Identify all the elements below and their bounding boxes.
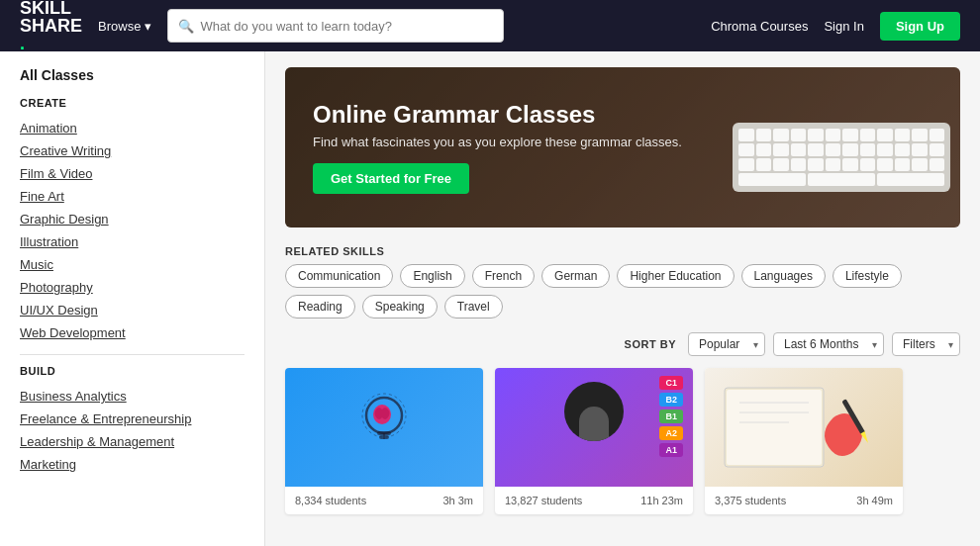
- hero-title: Online Grammar Classes: [313, 101, 682, 129]
- signin-link[interactable]: Sign In: [824, 19, 863, 34]
- badge-b1: B1: [659, 410, 683, 423]
- skill-chip-german[interactable]: German: [541, 264, 610, 288]
- header: SKILLSHARE. Browse ▾ 🔍 Chroma Courses Si…: [0, 0, 980, 51]
- skill-chip-reading[interactable]: Reading: [285, 295, 355, 318]
- skill-chip-french[interactable]: French: [472, 264, 535, 288]
- card-duration-3: 3h 49m: [856, 495, 893, 506]
- sidebar-build-items: Business AnalyticsFreelance & Entreprene…: [20, 385, 245, 476]
- sidebar-create-items: AnimationCreative WritingFilm & VideoFin…: [20, 117, 245, 344]
- logo: SKILLSHARE.: [20, 0, 82, 52]
- sidebar-divider: [20, 354, 245, 355]
- sidebar-item-creative-writing[interactable]: Creative Writing: [20, 139, 245, 162]
- sidebar-item-animation[interactable]: Animation: [20, 117, 245, 139]
- badge-b2: B2: [659, 393, 683, 407]
- card-info-2: 13,827 students 11h 23m: [495, 487, 693, 514]
- popular-select[interactable]: Popular: [688, 332, 765, 356]
- sidebar-item-ui/ux-design[interactable]: UI/UX Design: [20, 299, 245, 321]
- card-students-2: 13,827 students: [505, 495, 582, 506]
- skill-chip-english[interactable]: English: [400, 264, 464, 288]
- skill-chip-travel[interactable]: Travel: [444, 295, 503, 318]
- skill-chip-higher-education[interactable]: Higher Education: [617, 264, 734, 288]
- hero-banner: Online Grammar Classes Find what fascina…: [285, 67, 960, 228]
- hero-subtitle: Find what fascinates you as you explore …: [313, 135, 682, 149]
- sidebar-item-film-&-video[interactable]: Film & Video: [20, 162, 245, 185]
- header-right: Chroma Courses Sign In Sign Up: [711, 12, 960, 41]
- card-thumb-2: C1 B2 B1 A2 A1: [495, 368, 693, 487]
- svg-marker-12: [860, 431, 870, 444]
- card-duration-2: 11h 23m: [640, 495, 683, 506]
- chevron-down-icon: ▾: [145, 19, 151, 34]
- sort-row: SORT BY Popular Last 6 Months Filters: [285, 332, 960, 356]
- card-students-3: 3,375 students: [715, 495, 786, 506]
- sidebar-section-build: BUILD: [20, 365, 245, 377]
- hero-cta-button[interactable]: Get Started for Free: [313, 163, 469, 194]
- card-thumb-3: [705, 368, 903, 487]
- skill-chip-lifestyle[interactable]: Lifestyle: [833, 264, 902, 288]
- sidebar-item-leadership-&-management[interactable]: Leadership & Management: [20, 430, 245, 453]
- svg-rect-7: [727, 390, 822, 465]
- brain-lightbulb-icon: [344, 388, 424, 467]
- related-skills-label: RELATED SKILLS: [285, 245, 384, 257]
- sidebar-item-fine-art[interactable]: Fine Art: [20, 185, 245, 208]
- writing-hand-icon: [705, 368, 903, 487]
- badge-c1: C1: [659, 376, 683, 390]
- search-bar: 🔍: [167, 9, 504, 43]
- sidebar-item-music[interactable]: Music: [20, 253, 245, 276]
- browse-button[interactable]: Browse ▾: [98, 19, 151, 34]
- sort-by-label: SORT BY: [625, 338, 676, 350]
- skill-chip-languages[interactable]: Languages: [741, 264, 826, 288]
- content-area: Online Grammar Classes Find what fascina…: [265, 51, 980, 546]
- sidebar: All Classes CREATE AnimationCreative Wri…: [0, 51, 265, 546]
- badge-a2: A2: [659, 426, 683, 440]
- filters-select[interactable]: Filters: [892, 332, 960, 356]
- sidebar-item-graphic-design[interactable]: Graphic Design: [20, 208, 245, 230]
- popular-select-wrapper: Popular: [688, 332, 765, 356]
- badge-a1: A1: [659, 443, 683, 457]
- main-layout: All Classes CREATE AnimationCreative Wri…: [0, 51, 980, 546]
- sidebar-section-create: CREATE: [20, 97, 245, 109]
- sidebar-item-illustration[interactable]: Illustration: [20, 230, 245, 253]
- sidebar-item-marketing[interactable]: Marketing: [20, 453, 245, 476]
- course-card-3[interactable]: 3,375 students 3h 49m: [705, 368, 903, 514]
- language-badges: C1 B2 B1 A2 A1: [659, 376, 683, 457]
- hero-text: Online Grammar Classes Find what fascina…: [313, 101, 682, 194]
- course-cards-row: 8,334 students 3h 3m C1 B2 B1 A2 A1: [285, 368, 960, 514]
- card-info-1: 8,334 students 3h 3m: [285, 487, 483, 514]
- search-icon: 🔍: [178, 19, 194, 34]
- course-card-1[interactable]: 8,334 students 3h 3m: [285, 368, 483, 514]
- skill-chip-speaking[interactable]: Speaking: [362, 295, 438, 318]
- sidebar-item-freelance-&-entrepreneurship[interactable]: Freelance & Entrepreneurship: [20, 408, 245, 430]
- time-select[interactable]: Last 6 Months: [773, 332, 884, 356]
- signup-button[interactable]: Sign Up: [880, 12, 960, 41]
- search-input[interactable]: [200, 19, 493, 34]
- sidebar-all-classes[interactable]: All Classes: [20, 67, 245, 83]
- keyboard-decoration: [733, 123, 950, 192]
- chroma-courses-link[interactable]: Chroma Courses: [711, 19, 808, 34]
- sidebar-item-web-development[interactable]: Web Development: [20, 321, 245, 344]
- time-select-wrapper: Last 6 Months: [773, 332, 884, 356]
- card-duration-1: 3h 3m: [442, 495, 473, 506]
- course-card-2[interactable]: C1 B2 B1 A2 A1 13,827 students: [495, 368, 693, 514]
- card-students-1: 8,334 students: [295, 495, 366, 506]
- sidebar-item-photography[interactable]: Photography: [20, 276, 245, 299]
- related-skills-row: RELATED SKILLS CommunicationEnglishFrenc…: [285, 245, 960, 318]
- skill-chips-container: CommunicationEnglishFrenchGermanHigher E…: [285, 264, 960, 318]
- filters-select-wrapper: Filters: [892, 332, 960, 356]
- sidebar-item-business-analytics[interactable]: Business Analytics: [20, 385, 245, 408]
- skill-chip-communication[interactable]: Communication: [285, 264, 393, 288]
- card-info-3: 3,375 students 3h 49m: [705, 487, 903, 514]
- card-thumb-1: [285, 368, 483, 487]
